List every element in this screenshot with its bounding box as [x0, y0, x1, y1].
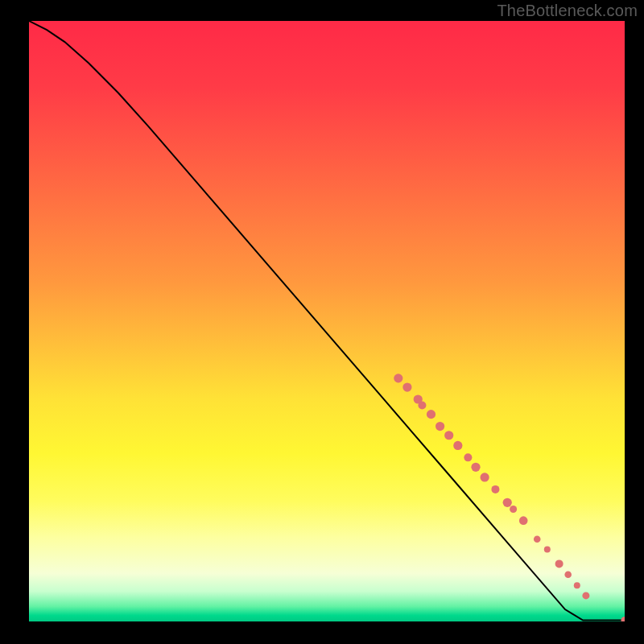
- watermark-text: TheBottleneck.com: [497, 2, 638, 20]
- data-marker: [510, 506, 517, 513]
- data-marker: [436, 422, 444, 431]
- data-marker: [481, 473, 489, 481]
- data-marker: [418, 401, 426, 409]
- data-marker: [574, 582, 580, 588]
- data-marker: [402, 382, 411, 391]
- bottleneck-curve: [29, 21, 625, 621]
- data-markers: [394, 374, 625, 621]
- data-marker: [564, 572, 572, 579]
- data-marker: [555, 559, 564, 568]
- chart-frame: TheBottleneck.com: [0, 0, 644, 644]
- data-marker: [491, 485, 499, 493]
- data-marker: [394, 374, 402, 382]
- data-marker: [471, 463, 480, 472]
- data-marker: [503, 498, 512, 507]
- data-marker: [427, 410, 436, 419]
- data-marker: [464, 453, 472, 461]
- data-marker: [582, 592, 589, 599]
- data-marker: [621, 617, 625, 621]
- data-marker: [534, 535, 541, 543]
- data-marker: [544, 546, 551, 552]
- plot-area: [29, 21, 625, 621]
- chart-svg: [29, 21, 625, 621]
- data-marker: [519, 516, 528, 525]
- data-marker: [444, 431, 453, 440]
- data-marker: [453, 441, 462, 450]
